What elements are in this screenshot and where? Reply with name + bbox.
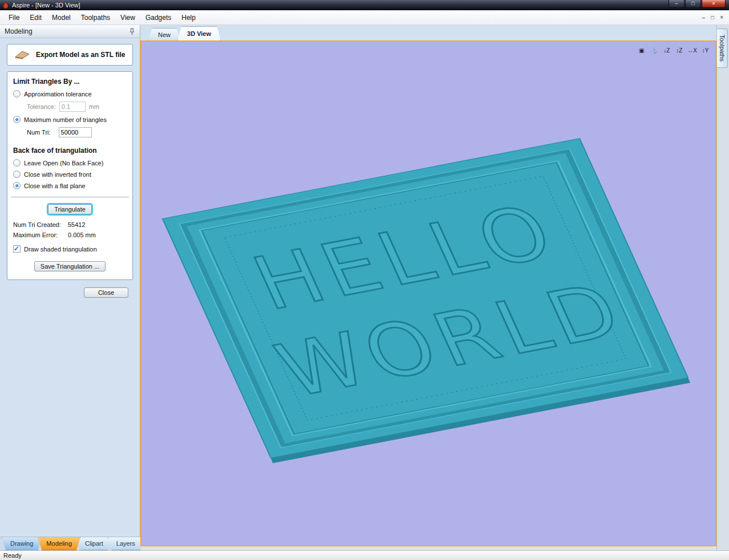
max-error-label: Maximum Error: bbox=[13, 232, 68, 238]
titlebar: Aspire - [New - 3D View] – □ × bbox=[0, 0, 729, 10]
approx-tolerance-label: Approximation tolerance bbox=[24, 91, 92, 98]
tab-3d-view[interactable]: 3D View bbox=[177, 26, 221, 40]
limit-heading: Limit Triangles By ... bbox=[13, 78, 127, 86]
x-axis-view-icon[interactable]: ↔X bbox=[687, 46, 698, 55]
separator bbox=[11, 197, 129, 197]
child-close-icon[interactable]: × bbox=[720, 14, 723, 21]
window-controls: – □ × bbox=[669, 0, 726, 8]
right-tab-strip: Toolpaths bbox=[716, 25, 729, 550]
triangulate-button[interactable]: Triangulate bbox=[48, 204, 92, 214]
y-axis-view-icon[interactable]: ↕Y bbox=[700, 46, 710, 55]
approx-tolerance-option[interactable]: Approximation tolerance bbox=[13, 90, 127, 98]
max-triangles-option[interactable]: Maximum number of triangles bbox=[13, 116, 127, 123]
max-triangles-label: Maximum number of triangles bbox=[24, 116, 107, 123]
numtri-created-row: Num Tri Created: 55412 bbox=[13, 221, 127, 228]
inverted-front-radio[interactable] bbox=[13, 171, 21, 178]
document-area: New 3D View HELLO bbox=[140, 25, 716, 550]
fit-view-icon[interactable]: ▣ bbox=[637, 46, 646, 55]
draw-shaded-option[interactable]: Draw shaded triangulation bbox=[13, 245, 127, 253]
numtri-row: Num Tri: bbox=[27, 127, 127, 137]
tolerance-unit: mm bbox=[89, 103, 99, 110]
tab-drawing[interactable]: Drawing bbox=[2, 537, 42, 550]
close-window-button[interactable]: × bbox=[702, 0, 726, 8]
tab-modeling[interactable]: Modeling bbox=[38, 537, 80, 550]
export-stl-button[interactable]: Export Model as an STL file bbox=[7, 44, 133, 66]
close-panel-button[interactable]: Close bbox=[84, 287, 128, 298]
draw-shaded-checkbox[interactable] bbox=[13, 245, 21, 253]
main-area: Modeling Export Model as an STL file Li bbox=[0, 25, 729, 550]
menu-edit[interactable]: Edit bbox=[25, 11, 47, 25]
flat-plane-option[interactable]: Close with a flat plane bbox=[13, 182, 127, 189]
statusbar: Ready bbox=[0, 550, 729, 560]
leave-open-label: Leave Open (No Back Face) bbox=[24, 160, 103, 167]
panel-header: Modeling bbox=[0, 25, 140, 38]
child-restore-icon[interactable]: □ bbox=[711, 14, 714, 21]
menu-gadgets[interactable]: Gadgets bbox=[140, 11, 176, 25]
tab-layers[interactable]: Layers bbox=[108, 537, 144, 550]
tolerance-label: Tolerance: bbox=[27, 103, 56, 110]
menubar: File Edit Model Toolpaths View Gadgets H… bbox=[0, 10, 729, 25]
tab-toolpaths[interactable]: Toolpaths bbox=[717, 29, 728, 68]
menu-view[interactable]: View bbox=[115, 11, 140, 25]
z-down-view-icon[interactable]: ↓Z bbox=[662, 46, 671, 55]
tolerance-input[interactable] bbox=[59, 102, 86, 112]
draw-shaded-label: Draw shaded triangulation bbox=[24, 246, 97, 253]
flat-plane-radio[interactable] bbox=[13, 182, 21, 189]
modeling-panel: Modeling Export Model as an STL file Li bbox=[0, 25, 140, 550]
menu-model[interactable]: Model bbox=[47, 11, 76, 25]
view-toolbar: ▣ ⚓ ↓Z ↕Z ↔X ↕Y bbox=[637, 46, 710, 55]
panel-body: Export Model as an STL file Limit Triang… bbox=[0, 38, 140, 537]
tab-new[interactable]: New bbox=[148, 28, 180, 40]
bottom-tab-bar: Drawing Modeling Clipart Layers bbox=[0, 537, 140, 550]
save-triangulation-button[interactable]: Save Triangulation ... bbox=[34, 261, 106, 271]
inverted-front-option[interactable]: Close with inverted front bbox=[13, 171, 127, 178]
stl-export-icon bbox=[14, 50, 30, 59]
z-axis-view-icon[interactable]: ↕Z bbox=[674, 46, 684, 55]
app-window: Aspire - [New - 3D View] – □ × File Edit… bbox=[0, 0, 729, 560]
triangulation-controls: Limit Triangles By ... Approximation tol… bbox=[7, 71, 133, 280]
numtri-input[interactable] bbox=[59, 127, 92, 137]
window-title: Aspire - [New - 3D View] bbox=[12, 2, 80, 9]
menu-file[interactable]: File bbox=[3, 11, 25, 25]
backface-heading: Back face of triangulation bbox=[13, 147, 127, 155]
tab-clipart[interactable]: Clipart bbox=[76, 537, 112, 550]
maximize-button[interactable]: □ bbox=[685, 0, 701, 8]
numtri-created-label: Num Tri Created: bbox=[13, 221, 68, 228]
numtri-label: Num Tri: bbox=[27, 129, 51, 136]
minimize-button[interactable]: – bbox=[669, 0, 685, 8]
aspire-app-icon bbox=[2, 2, 9, 9]
leave-open-option[interactable]: Leave Open (No Back Face) bbox=[13, 159, 127, 167]
anchor-view-icon[interactable]: ⚓ bbox=[649, 46, 659, 55]
flat-plane-label: Close with a flat plane bbox=[24, 182, 86, 189]
panel-title: Modeling bbox=[5, 27, 33, 35]
pin-icon[interactable] bbox=[129, 28, 135, 35]
child-minimize-icon[interactable]: – bbox=[702, 14, 706, 21]
leave-open-radio[interactable] bbox=[13, 159, 21, 167]
max-error-value: 0.005 mm bbox=[68, 232, 96, 238]
3d-viewport[interactable]: HELLO WORLD ▣ ⚓ ↓Z ↕Z ↔X ↕Y bbox=[140, 40, 716, 546]
status-text: Ready bbox=[3, 552, 22, 559]
plaque-model: HELLO WORLD bbox=[163, 139, 688, 458]
document-tab-bar: New 3D View bbox=[140, 25, 716, 40]
max-error-row: Maximum Error: 0.005 mm bbox=[13, 232, 127, 238]
export-stl-label: Export Model as an STL file bbox=[36, 51, 125, 59]
child-window-controls: – □ × bbox=[702, 14, 723, 21]
numtri-created-value: 55412 bbox=[68, 221, 86, 228]
menu-toolpaths[interactable]: Toolpaths bbox=[76, 11, 115, 25]
approx-tolerance-radio[interactable] bbox=[13, 90, 21, 98]
menu-help[interactable]: Help bbox=[176, 11, 201, 25]
inverted-front-label: Close with inverted front bbox=[24, 171, 91, 178]
3d-canvas[interactable]: HELLO WORLD bbox=[141, 42, 715, 545]
max-triangles-radio[interactable] bbox=[13, 116, 21, 123]
tolerance-row: Tolerance: mm bbox=[27, 102, 127, 112]
